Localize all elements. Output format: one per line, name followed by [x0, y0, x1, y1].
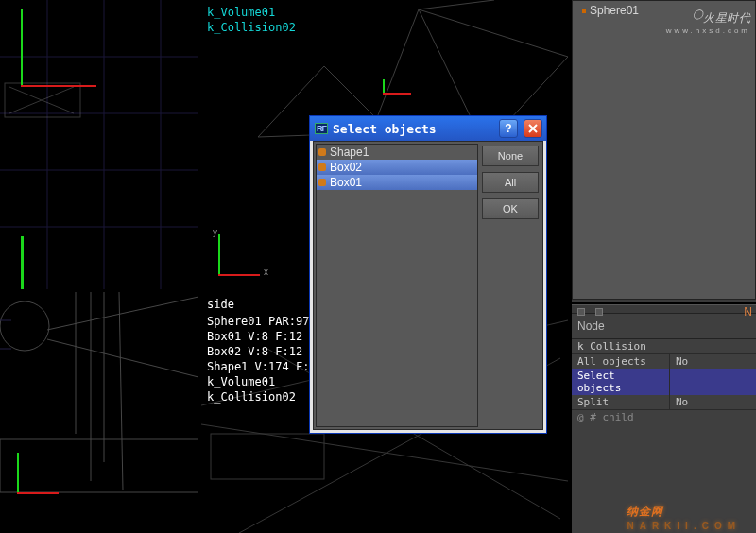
axis-y-gizmo [218, 234, 220, 276]
svg-line-15 [119, 292, 123, 490]
prop-value[interactable] [670, 369, 756, 395]
svg-rect-18 [0, 439, 198, 492]
prop-label: Split [572, 395, 670, 409]
bullet-icon [582, 9, 586, 13]
list-item[interactable]: Box01 [317, 175, 477, 190]
dialog-button-column: None All OK [480, 142, 542, 429]
viewport-label-side: side [207, 298, 234, 311]
prop-row[interactable]: Select objects [572, 369, 756, 395]
tree-item-label: Sphere01 [590, 4, 639, 17]
panel-footer: @ # child [572, 409, 756, 424]
scene-tree-panel[interactable]: Sphere01 [572, 0, 756, 300]
close-icon [528, 124, 538, 133]
axis-x-gizmo [218, 274, 260, 276]
axis-x-gizmo [17, 492, 59, 494]
watermark-bottom: 纳金网 NARKII.COM [627, 494, 741, 531]
axis-x-gizmo [21, 85, 96, 87]
viewport-info: Box02 V:8 F:12 [207, 345, 302, 358]
svg-line-16 [47, 297, 198, 330]
watermark-text: 火星时代 [703, 11, 750, 25]
axis-marker [383, 79, 385, 93]
select-objects-dialog[interactable]: RF Select objects ? Shape1 Box02 [309, 115, 547, 434]
ok-button[interactable]: OK [482, 198, 539, 219]
panel-tabbar[interactable]: N [572, 304, 756, 314]
viewport-info: k_Collision02 [207, 390, 296, 404]
close-button[interactable] [524, 119, 542, 138]
panel-header: Node [572, 314, 756, 339]
tab-icon[interactable] [577, 308, 585, 316]
svg-point-11 [0, 301, 49, 351]
svg-line-9 [9, 87, 74, 113]
panel-section[interactable]: k Collision [572, 339, 756, 354]
viewport-info: Sphere01 PAR:97 [207, 315, 309, 328]
dialog-titlebar[interactable]: RF Select objects ? [310, 116, 546, 141]
list-item-label: Shape1 [330, 146, 369, 159]
prop-value[interactable]: No [670, 354, 756, 369]
panel-tab-right[interactable]: N [744, 305, 752, 318]
viewport-label: k_Volume01 [207, 6, 275, 19]
svg-line-10 [419, 0, 494, 9]
axis-label-x: x [264, 266, 268, 277]
object-icon [318, 163, 326, 171]
object-icon [318, 148, 326, 156]
none-button[interactable]: None [482, 146, 539, 166]
tree-item-sphere[interactable]: Sphere01 [582, 4, 639, 17]
watermark-text: 纳金网 [627, 505, 663, 518]
right-panel: Sphere01 N Node k Collision All objects … [570, 0, 756, 533]
list-item[interactable]: Shape1 [317, 145, 477, 160]
axis-y-gizmo [21, 9, 23, 85]
axis-y-gizmo [17, 453, 19, 494]
watermark-sub: www.hxsd.com [666, 25, 750, 37]
prop-label: All objects [572, 354, 670, 369]
axis-label-y: y [213, 227, 217, 237]
help-button[interactable]: ? [499, 119, 518, 138]
tab-icon[interactable] [595, 308, 603, 316]
viewport-info: Box01 V:8 F:12 [207, 330, 302, 343]
axis-y-gizmo-2 [21, 236, 24, 289]
prop-label: Select objects [572, 369, 670, 395]
all-button[interactable]: All [482, 172, 539, 193]
svg-line-17 [47, 339, 198, 377]
object-list[interactable]: Shape1 Box02 Box01 [316, 144, 478, 427]
viewport-info: Shape1 V:174 F:3 [207, 360, 317, 373]
prop-row[interactable]: All objects No [572, 354, 756, 369]
svg-rect-7 [5, 83, 80, 117]
axis-marker [383, 93, 411, 95]
viewport-label: k_Collision02 [207, 21, 296, 34]
app-icon: RF [314, 121, 329, 136]
list-item-label: Box01 [330, 176, 362, 189]
viewport-top-left[interactable] [0, 0, 198, 289]
prop-row[interactable]: Split No [572, 395, 756, 409]
viewport-bottom-left[interactable] [0, 292, 198, 533]
object-icon [318, 179, 326, 186]
svg-line-8 [9, 87, 74, 113]
prop-value[interactable]: No [670, 395, 756, 409]
watermark-top: ◯火星时代 www.hxsd.com [666, 8, 750, 37]
watermark-sub: NARKII.COM [627, 521, 741, 531]
svg-rect-25 [211, 434, 324, 479]
viewport-info: k_Volume01 [207, 375, 275, 388]
list-item-label: Box02 [330, 161, 362, 174]
dialog-title: Select objects [333, 122, 493, 136]
list-item[interactable]: Box02 [317, 160, 477, 175]
dialog-body: Shape1 Box02 Box01 None All OK [313, 141, 543, 430]
